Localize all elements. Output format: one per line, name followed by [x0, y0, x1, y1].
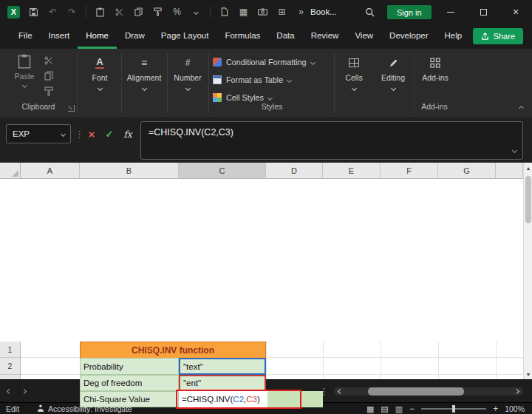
cell-C4-formula-edit[interactable]: =CHISQ.INV(C2,C3) — [179, 391, 267, 407]
tab-help[interactable]: Help — [437, 24, 471, 49]
zoom-slider[interactable] — [421, 408, 486, 410]
save-icon[interactable] — [28, 6, 39, 18]
insert-function-button[interactable]: fx — [119, 124, 137, 143]
grid-view-icon[interactable]: ⊞ — [276, 6, 287, 18]
zoom-slider-thumb[interactable] — [452, 405, 455, 413]
tab-developer[interactable]: Developer — [381, 24, 436, 49]
alignment-group-button[interactable]: ≡ Alignment — [123, 57, 166, 90]
camera-icon[interactable] — [257, 6, 268, 18]
column-header-G[interactable]: G — [438, 163, 496, 179]
scroll-up-icon[interactable]: ▲ — [524, 163, 532, 173]
row-header-2[interactable]: 2 — [0, 358, 21, 375]
chevron-down-icon — [267, 95, 273, 100]
ribbon-divider — [121, 53, 122, 112]
formula-bar-expand-icon[interactable] — [513, 145, 516, 154]
column-header-D[interactable]: D — [266, 163, 323, 179]
undo-icon[interactable]: ↶ — [47, 6, 58, 18]
minimize-button[interactable] — [434, 0, 467, 24]
tab-home[interactable]: Home — [78, 24, 117, 49]
copy-icon[interactable] — [133, 6, 144, 18]
paste-icon[interactable] — [95, 6, 106, 18]
format-painter-icon[interactable] — [152, 6, 163, 18]
cell-D4-fill[interactable] — [267, 391, 323, 407]
tab-data[interactable]: Data — [268, 24, 302, 49]
column-header-F[interactable]: F — [381, 163, 438, 179]
addins-button[interactable]: Add-ins — [417, 57, 454, 82]
redo-icon[interactable]: ↷ — [66, 6, 78, 18]
close-button[interactable]: × — [499, 0, 532, 24]
paste-button[interactable]: Paste — [9, 54, 40, 87]
number-group-button[interactable]: # Number — [168, 57, 207, 90]
page-layout-view-icon[interactable]: ▤ — [381, 405, 388, 413]
ribbon-tab-bar: File Insert Home Draw Page Layout Formul… — [0, 24, 532, 49]
cell-C3[interactable]: "ent" — [179, 375, 266, 391]
font-label: Font — [92, 73, 107, 82]
previous-sheet-icon[interactable] — [7, 389, 12, 394]
conditional-formatting-icon — [213, 58, 222, 67]
zoom-in-button[interactable]: + — [493, 404, 498, 414]
cell-B1-title[interactable]: CHISQ.INV function — [80, 342, 266, 359]
column-header-C[interactable]: C — [179, 163, 266, 179]
tab-review[interactable]: Review — [303, 24, 347, 49]
tab-page-layout[interactable]: Page Layout — [153, 24, 217, 49]
copy-icon[interactable] — [44, 71, 53, 81]
cell-B2[interactable]: Probability — [80, 358, 179, 375]
column-header-E[interactable]: E — [323, 163, 381, 179]
row-header-1[interactable]: 1 — [0, 342, 21, 358]
percent-style-icon[interactable]: % — [171, 6, 183, 18]
vertical-scrollbar[interactable]: ▲ ▼ — [523, 163, 532, 379]
cells-label: Cells — [345, 73, 362, 82]
clipboard-small-buttons — [44, 56, 53, 96]
cell-B3[interactable]: Deg of freedom — [80, 375, 179, 391]
search-icon[interactable] — [365, 0, 375, 24]
font-group-button[interactable]: A Font — [80, 57, 120, 90]
cell-C2[interactable]: "text" — [179, 358, 266, 375]
maximize-button[interactable] — [467, 0, 499, 24]
addins-icon — [430, 57, 440, 69]
page-break-view-icon[interactable]: ▥ — [395, 405, 403, 413]
horizontal-scrollbar[interactable] — [334, 387, 523, 396]
paste-dropdown-icon — [21, 83, 27, 88]
tab-view[interactable]: View — [347, 24, 381, 49]
scroll-right-icon[interactable] — [514, 389, 519, 394]
editing-label: Editing — [381, 73, 405, 82]
tab-formulas[interactable]: Formulas — [216, 24, 268, 49]
column-header-partial[interactable] — [496, 163, 523, 179]
sign-in-button[interactable]: Sign in — [387, 5, 432, 19]
cancel-entry-button[interactable]: × — [83, 124, 100, 143]
normal-view-icon[interactable]: ▦ — [366, 405, 374, 413]
editing-group-button[interactable]: Editing — [374, 57, 412, 90]
cell-B4[interactable]: Chi-Square Value — [80, 391, 179, 407]
conditional-formatting-button[interactable]: Conditional Formatting — [213, 53, 331, 71]
tab-draw[interactable]: Draw — [117, 24, 153, 49]
toolbar-dropdown-icon[interactable] — [191, 6, 202, 18]
cut-icon[interactable] — [44, 56, 53, 65]
document-title[interactable]: Book... — [310, 0, 337, 24]
horizontal-scrollbar-thumb[interactable] — [368, 387, 464, 396]
scroll-down-icon[interactable]: ▼ — [524, 369, 532, 379]
excel-logo-icon[interactable]: X — [7, 6, 20, 18]
formula-input[interactable]: =CHISQ.INV(C2,C3) — [140, 121, 523, 160]
tab-insert[interactable]: Insert — [41, 24, 78, 49]
format-as-table-button[interactable]: Format as Table — [213, 71, 331, 89]
conditional-formatting-label: Conditional Formatting — [226, 58, 307, 67]
column-header-B[interactable]: B — [80, 163, 179, 179]
cells-group-button[interactable]: Cells — [337, 57, 371, 90]
vertical-scrollbar-thumb[interactable] — [525, 176, 531, 223]
cut-icon[interactable] — [114, 6, 125, 18]
name-box[interactable]: EXP — [6, 124, 71, 143]
collapse-ribbon-button[interactable] — [519, 103, 523, 112]
zoom-level[interactable]: 100% — [505, 404, 525, 413]
select-all-corner[interactable] — [0, 163, 21, 179]
next-sheet-icon[interactable] — [21, 389, 27, 394]
format-painter-icon[interactable] — [44, 86, 53, 96]
tab-file[interactable]: File — [10, 24, 41, 49]
new-document-icon[interactable] — [219, 6, 230, 18]
share-button[interactable]: Share — [473, 28, 523, 44]
confirm-entry-button[interactable]: ✓ — [101, 124, 117, 143]
scroll-left-icon[interactable] — [338, 389, 343, 394]
zoom-out-button[interactable]: − — [409, 404, 415, 414]
table-icon[interactable]: ▦ — [238, 6, 249, 18]
toolbar-overflow-icon[interactable]: » — [296, 6, 307, 18]
column-header-A[interactable]: A — [21, 163, 80, 179]
